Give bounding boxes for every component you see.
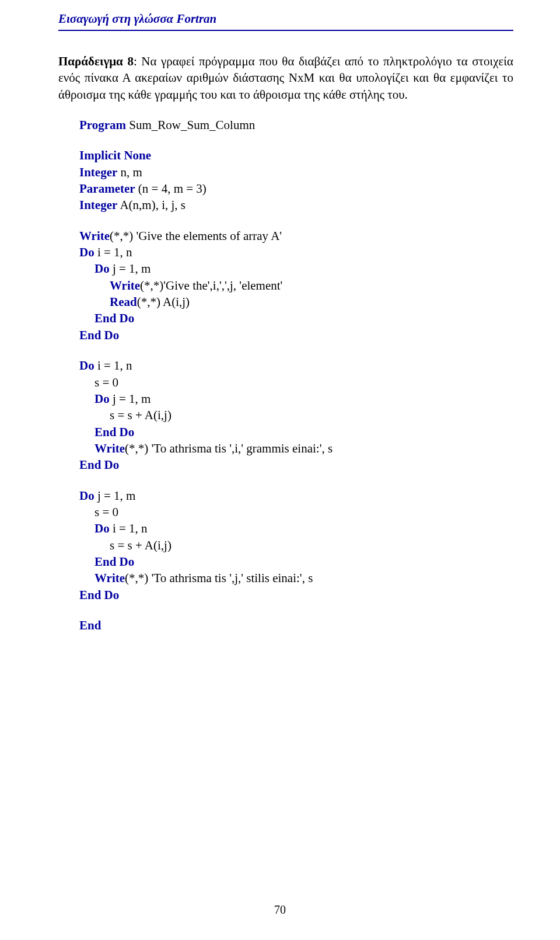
kw-integer-2: Integer	[79, 198, 117, 212]
col-sum-block: Do j = 1, m s = 0 Do i = 1, n s = s + A(…	[79, 488, 513, 603]
decl-nm: n, m	[117, 165, 142, 179]
kw-integer-1: Integer	[79, 165, 117, 179]
end-block: End	[79, 617, 513, 633]
kw-do-3: Do	[79, 358, 94, 372]
kw-enddo-2: End Do	[79, 328, 119, 342]
write-colsum: (*,*) 'To athrisma tis ',j,' stilis eina…	[125, 571, 313, 585]
kw-do-1: Do	[79, 245, 94, 259]
kw-write-3: Write	[94, 441, 125, 455]
read-aij: (*,*) A(i,j)	[137, 295, 190, 309]
program-name: Sum_Row_Sum_Column	[126, 118, 255, 132]
write-rowsum: (*,*) 'To athrisma tis ',i,' grammis ein…	[125, 441, 332, 455]
kw-write-4: Write	[94, 571, 125, 585]
page-number: 70	[0, 903, 560, 917]
kw-enddo-5: End Do	[94, 555, 134, 569]
do-i-2: i = 1, n	[94, 358, 132, 372]
program-declaration: Program Sum_Row_Sum_Column	[79, 117, 513, 133]
write-give: (*,*)'Give the',i,',',j, 'element'	[140, 278, 282, 293]
do-i-3: i = 1, n	[110, 521, 148, 535]
s-accum-1: s = s + A(i,j)	[110, 408, 172, 422]
kw-do-6: Do	[94, 521, 110, 535]
do-i-1: i = 1, n	[94, 245, 132, 259]
decl-array: A(n,m), i, j, s	[117, 198, 186, 212]
row-sum-block: Do i = 1, n s = 0 Do j = 1, m s = s + A(…	[79, 357, 513, 473]
kw-program: Program	[79, 118, 126, 132]
s-accum-2: s = s + A(i,j)	[110, 538, 172, 552]
kw-enddo-6: End Do	[79, 588, 119, 602]
s-zero-2: s = 0	[94, 505, 118, 519]
kw-enddo-4: End Do	[79, 458, 119, 472]
kw-write-1: Write	[79, 229, 110, 243]
kw-enddo-1: End Do	[94, 311, 134, 325]
kw-do-2: Do	[94, 262, 110, 276]
kw-end: End	[79, 618, 101, 632]
kw-parameter: Parameter	[79, 182, 135, 196]
write-prompt: (*,*) 'Give the elements of array A'	[110, 229, 282, 243]
decl-param: (n = 4, m = 3)	[135, 182, 206, 196]
page-header: Εισαγωγή στη γλώσσα Fortran	[58, 12, 513, 31]
s-zero-1: s = 0	[94, 375, 118, 389]
kw-write-2: Write	[110, 278, 140, 293]
kw-do-5: Do	[79, 489, 94, 503]
kw-read: Read	[110, 295, 137, 309]
do-j-3: j = 1, m	[94, 489, 136, 503]
kw-implicit-none: Implicit None	[79, 148, 151, 162]
declarations-block: Implicit None Integer n, m Parameter (n …	[79, 147, 513, 213]
example-label: Παράδειγμα 8	[58, 54, 134, 68]
input-block: Write(*,*) 'Give the elements of array A…	[79, 228, 513, 343]
kw-do-4: Do	[94, 392, 110, 406]
kw-enddo-3: End Do	[94, 425, 134, 439]
do-j-2: j = 1, m	[110, 392, 151, 406]
do-j-1: j = 1, m	[110, 262, 151, 276]
intro-paragraph: Παράδειγμα 8: Να γραφεί πρόγραμμα που θα…	[58, 53, 513, 103]
